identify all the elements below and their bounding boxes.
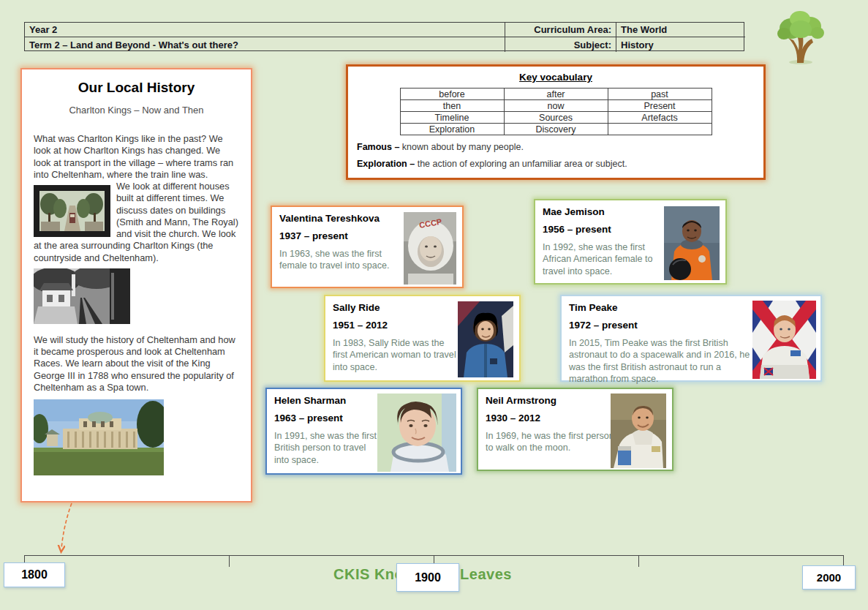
vocab-cell: Discovery [504, 124, 608, 135]
vocab-cell: Sources [504, 112, 608, 124]
tereshkova-portrait-photo: CCCP [404, 212, 456, 285]
header-subject-label: Subject: [505, 37, 616, 52]
vocab-cell [608, 124, 712, 135]
astronaut-card-tereshkova: Valentina Tereshkova 1937 – present In 1… [271, 206, 464, 288]
local-history-paragraph-1: What was Charlton Kings like in the past… [34, 133, 239, 181]
key-vocabulary-panel: Key vocabulary before after past then no… [346, 64, 766, 180]
ride-portrait-photo [458, 301, 513, 377]
tree-icon [774, 9, 828, 64]
timeline-year-2000: 2000 [802, 565, 856, 590]
local-history-panel: Our Local History Charlton Kings – Now a… [20, 68, 252, 502]
header-subject-value: History [616, 37, 745, 52]
astronaut-card-peake: Tim Peake 1972 – present In 2015, Tim Pe… [560, 295, 822, 382]
knowledge-organizer-page: Year 2 Curriculum Area: The World Term 2… [0, 0, 868, 610]
timeline-tick [638, 555, 639, 567]
astronaut-description: In 2015, Tim Peake was the first British… [569, 337, 753, 385]
tram-street-photo [34, 185, 110, 237]
timeline-year-1900: 1900 [396, 563, 459, 592]
vocab-cell: then [400, 100, 504, 112]
timeline-tick [229, 555, 230, 567]
peake-portrait-photo [752, 301, 816, 379]
astronaut-card-jemison: Mae Jemison 1956 – present In 1992, she … [534, 199, 727, 285]
astronaut-description: In 1969, he was the first person to walk… [486, 430, 614, 454]
vocab-cell: Exploration [400, 124, 504, 135]
header-year-term: Year 2 [25, 23, 505, 37]
vocab-cell: Present [608, 100, 712, 112]
astronaut-card-sharman: Helen Sharman 1963 – present In 1991, sh… [265, 388, 462, 475]
header-curriculum-area-label: Curriculum Area: [505, 23, 616, 37]
local-history-paragraph-3: We will study the history of Cheltenham … [34, 334, 239, 394]
vocab-cell: before [400, 89, 504, 100]
pump-room-photo [34, 399, 164, 475]
astronaut-description: In 1963, she was the first female to tra… [279, 248, 402, 272]
railway-station-photo [34, 268, 130, 324]
timeline-year-1800: 1800 [4, 562, 65, 587]
key-vocabulary-title: Key vocabulary [357, 72, 755, 83]
header-curriculum-area-value: The World [616, 23, 745, 37]
astronaut-description: In 1991, she was the first British perso… [274, 430, 378, 466]
vocab-cell: Artefacts [608, 112, 712, 124]
vocab-cell: after [504, 89, 608, 100]
astronaut-description: In 1983, Sally Ride was the first Americ… [333, 337, 458, 373]
timeline-pointer-arrow [51, 502, 83, 556]
jemison-portrait-photo [664, 206, 720, 280]
vocab-cell: now [504, 100, 608, 112]
astronaut-card-ride: Sally Ride 1951 – 2012 In 1983, Sally Ri… [324, 295, 521, 382]
armstrong-portrait-photo [611, 394, 666, 468]
local-history-subtitle: Charlton Kings – Now and Then [34, 105, 239, 116]
header-term-title: Term 2 – Land and Beyond - What's out th… [25, 37, 505, 52]
vocab-cell: past [608, 89, 712, 100]
definition-famous: Famous – known about by many people. [357, 142, 755, 152]
local-history-title: Our Local History [34, 80, 239, 96]
vocab-cell: Timeline [400, 112, 504, 124]
definition-exploration: Exploration – the action of exploring an… [357, 159, 755, 169]
sharman-portrait-photo [377, 394, 456, 472]
header-table: Year 2 Curriculum Area: The World Term 2… [24, 22, 744, 51]
vocabulary-table: before after past then now Present Timel… [400, 88, 712, 135]
astronaut-card-armstrong: Neil Armstrong 1930 – 2012 In 1969, he w… [477, 388, 673, 471]
astronaut-description: In 1992, she was the first African Ameri… [543, 241, 663, 277]
